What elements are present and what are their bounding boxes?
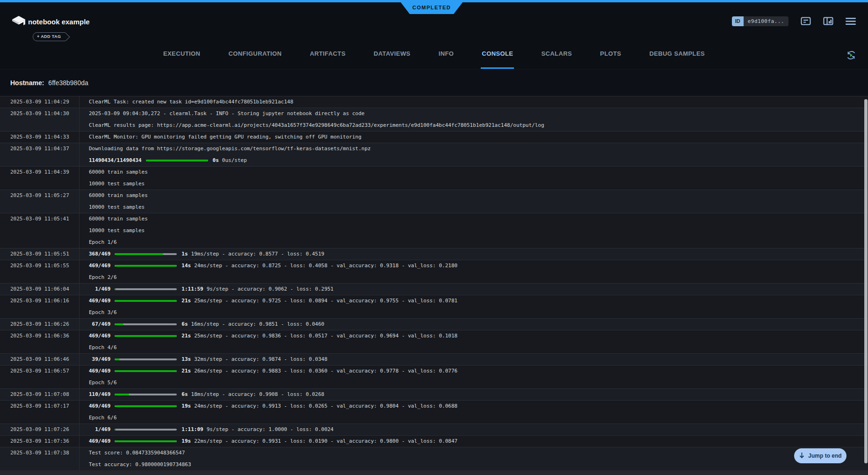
horizontal-scrollbar-track[interactable]	[0, 470, 868, 475]
log-timestamp: 2025-03-09 11:04:29	[0, 96, 80, 108]
progress-bar	[115, 394, 177, 395]
vertical-scrollbar-thumb[interactable]	[864, 99, 868, 463]
log-entry: 2025-03-09 11:04:302025-03-09 09:04:30,2…	[0, 108, 868, 131]
log-timestamp: 2025-03-09 11:06:04	[0, 283, 80, 295]
task-title: notebook example	[28, 18, 90, 26]
log-message: ClearML Monitor: GPU monitoring failed g…	[80, 131, 362, 143]
log-entry: 2025-03-09 11:05:2760000 train samples10…	[0, 190, 868, 213]
tab-bar: EXECUTIONCONFIGURATIONARTIFACTSDATAVIEWS…	[0, 40, 868, 69]
log-entry: 2025-03-09 11:06:26 67/4696s16ms/step - …	[0, 318, 868, 330]
auto-refresh-icon[interactable]	[845, 49, 858, 64]
log-message: 60000 train samples10000 test samples	[80, 190, 148, 213]
log-message: 67/4696s16ms/step - accuracy: 0.9851 - l…	[80, 318, 324, 330]
log-entry: 2025-03-09 11:04:3960000 train samples10…	[0, 166, 868, 190]
details-panel-icon[interactable]	[823, 17, 833, 26]
task-id-badge[interactable]: ID e9d100fa...	[732, 16, 788, 26]
log-entry: 2025-03-09 11:07:08110/4696s18ms/step - …	[0, 388, 868, 400]
tab-plots[interactable]: PLOTS	[599, 40, 622, 69]
tab-execution[interactable]: EXECUTION	[162, 40, 201, 69]
header-actions: ID e9d100fa...	[732, 16, 856, 26]
progress-bar	[115, 358, 177, 360]
arrow-down-icon	[799, 452, 805, 460]
log-timestamp: 2025-03-09 11:05:51	[0, 248, 80, 260]
log-message: 368/4691s19ms/step - accuracy: 0.8577 - …	[80, 248, 324, 260]
console-log[interactable]: 2025-03-09 11:04:29ClearML Task: created…	[0, 96, 868, 470]
log-timestamp: 2025-03-09 11:06:46	[0, 353, 80, 365]
log-message: 2025-03-09 09:04:30,272 - clearml.Task -…	[80, 108, 544, 131]
comments-icon[interactable]	[801, 17, 811, 26]
jump-to-end-button[interactable]: Jump to end	[794, 448, 846, 463]
log-timestamp: 2025-03-09 11:05:55	[0, 260, 80, 283]
log-entry: 2025-03-09 11:06:04 1/4691:11:599s/step …	[0, 283, 868, 295]
progress-bar	[115, 323, 177, 325]
log-entry: 2025-03-09 11:04:29ClearML Task: created…	[0, 96, 868, 108]
log-entry: 2025-03-09 11:06:46 39/46913s32ms/step -…	[0, 353, 868, 365]
header: notebook example + ADD TAG ID e9d100fa..…	[0, 2, 868, 40]
progress-bar	[115, 253, 177, 255]
log-timestamp: 2025-03-09 11:05:27	[0, 190, 80, 213]
id-value: e9d100fa...	[744, 16, 788, 26]
tab-debug-samples[interactable]: DEBUG SAMPLES	[648, 40, 706, 69]
tab-console[interactable]: CONSOLE	[481, 40, 514, 69]
log-timestamp: 2025-03-09 11:04:33	[0, 131, 80, 143]
log-entry: 2025-03-09 11:07:17469/46919s24ms/step -…	[0, 400, 868, 424]
log-timestamp: 2025-03-09 11:04:37	[0, 143, 80, 166]
progress-bar	[115, 370, 177, 372]
progress-bar	[146, 160, 208, 161]
menu-icon[interactable]	[846, 17, 856, 26]
log-entry: 2025-03-09 11:04:33ClearML Monitor: GPU …	[0, 131, 868, 143]
tab-info[interactable]: INFO	[438, 40, 455, 69]
tab-configuration[interactable]: CONFIGURATION	[227, 40, 282, 69]
hostname-label: Hostname:	[10, 79, 44, 87]
tab-dataviews[interactable]: DATAVIEWS	[373, 40, 412, 69]
log-timestamp: 2025-03-09 11:06:57	[0, 365, 80, 388]
log-timestamp: 2025-03-09 11:04:39	[0, 166, 80, 190]
progress-bar	[115, 300, 177, 302]
log-timestamp: 2025-03-09 11:07:08	[0, 388, 80, 400]
log-entry: 2025-03-09 11:07:36469/46919s22ms/step -…	[0, 435, 868, 447]
log-message: 1/4691:11:099s/step - accuracy: 1.0000 -…	[80, 424, 333, 435]
progress-bar	[115, 288, 177, 290]
log-entry: 2025-03-09 11:07:38Test score: 0.0847335…	[0, 447, 868, 470]
log-message: 469/46921s26ms/step - accuracy: 0.9883 -…	[80, 365, 457, 388]
id-label: ID	[732, 16, 744, 26]
log-timestamp: 2025-03-09 11:07:17	[0, 400, 80, 424]
log-message: 110/4696s18ms/step - accuracy: 0.9908 - …	[80, 388, 324, 400]
tab-scalars[interactable]: SCALARS	[540, 40, 573, 69]
progress-bar	[115, 335, 177, 337]
hostname-value: 6ffe38b980da	[48, 79, 88, 87]
log-message: Test score: 0.08473359048366547Test accu…	[80, 447, 191, 470]
log-message: 469/46921s25ms/step - accuracy: 0.9836 -…	[80, 330, 457, 353]
log-message: 60000 train samples10000 test samples	[80, 166, 148, 190]
log-timestamp: 2025-03-09 11:06:26	[0, 318, 80, 330]
log-message: Downloading data from https://storage.go…	[80, 143, 371, 166]
log-entry: 2025-03-09 11:05:55469/46914s24ms/step -…	[0, 260, 868, 283]
console-toolbar: Hostname: 6ffe38b980da Download full log	[0, 69, 868, 96]
log-message: 469/46919s22ms/step - accuracy: 0.9931 -…	[80, 435, 457, 447]
tab-artifacts[interactable]: ARTIFACTS	[309, 40, 347, 69]
log-timestamp: 2025-03-09 11:05:41	[0, 213, 80, 248]
log-timestamp: 2025-03-09 11:07:26	[0, 424, 80, 435]
log-entry: 2025-03-09 11:06:36469/46921s25ms/step -…	[0, 330, 868, 353]
progress-bar	[115, 265, 177, 267]
app-window: COMPLETED notebook example + ADD TAG ID …	[0, 0, 868, 475]
log-timestamp: 2025-03-09 11:06:16	[0, 295, 80, 318]
log-message: 39/46913s32ms/step - accuracy: 0.9874 - …	[80, 353, 327, 365]
hostname: Hostname: 6ffe38b980da	[10, 69, 88, 96]
log-entry: 2025-03-09 11:06:16469/46921s25ms/step -…	[0, 295, 868, 318]
jump-to-end-label: Jump to end	[808, 453, 841, 459]
progress-bar	[115, 405, 177, 407]
log-timestamp: 2025-03-09 11:04:30	[0, 108, 80, 131]
log-message: 60000 train samples10000 test samplesEpo…	[80, 213, 148, 248]
log-timestamp: 2025-03-09 11:07:36	[0, 435, 80, 447]
log-entry: 2025-03-09 11:05:4160000 train samples10…	[0, 213, 868, 248]
progress-bar	[115, 440, 177, 442]
clearml-logo-icon	[11, 15, 26, 31]
log-message: 469/46921s25ms/step - accuracy: 0.9725 -…	[80, 295, 457, 318]
log-entry: 2025-03-09 11:07:26 1/4691:11:099s/step …	[0, 424, 868, 435]
log-entry: 2025-03-09 11:04:37Downloading data from…	[0, 143, 868, 166]
log-timestamp: 2025-03-09 11:06:36	[0, 330, 80, 353]
log-entry: 2025-03-09 11:06:57469/46921s26ms/step -…	[0, 365, 868, 388]
log-timestamp: 2025-03-09 11:07:38	[0, 447, 80, 470]
progress-bar	[115, 429, 177, 431]
